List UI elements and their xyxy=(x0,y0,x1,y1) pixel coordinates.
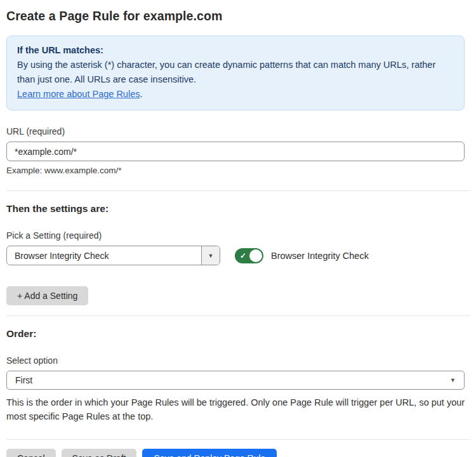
footer-actions: Cancel Save as Draft Save and Deploy Pag… xyxy=(6,449,470,457)
learn-more-link[interactable]: Learn more about Page Rules xyxy=(17,89,140,99)
toggle-label: Browser Integrity Check xyxy=(271,251,369,261)
check-icon: ✓ xyxy=(240,252,246,260)
setting-row: Browser Integrity Check ▼ ✓ Browser Inte… xyxy=(6,246,470,265)
url-match-info-box: If the URL matches: By using the asteris… xyxy=(6,36,465,110)
setting-combobox-arrow-button[interactable]: ▼ xyxy=(201,246,220,265)
order-section-heading: Order: xyxy=(6,328,470,340)
page-title: Create a Page Rule for example.com xyxy=(6,9,470,23)
create-page-rule-form: Create a Page Rule for example.com If th… xyxy=(0,0,476,457)
order-select-value: First xyxy=(15,375,32,385)
setting-combobox-value: Browser Integrity Check xyxy=(7,251,201,261)
url-field-label: URL (required) xyxy=(6,126,470,136)
cancel-button[interactable]: Cancel xyxy=(6,449,56,457)
footer-divider xyxy=(6,439,470,440)
section-divider xyxy=(6,315,470,316)
pick-setting-label: Pick a Setting (required) xyxy=(6,230,470,241)
save-and-deploy-button[interactable]: Save and Deploy Page Rule xyxy=(142,449,277,457)
chevron-down-icon: ▼ xyxy=(208,253,214,259)
url-input[interactable] xyxy=(6,142,465,161)
url-field-hint: Example: www.example.com/* xyxy=(6,166,470,175)
browser-integrity-toggle[interactable]: ✓ xyxy=(235,248,263,263)
save-as-draft-button[interactable]: Save as Draft xyxy=(62,449,137,457)
link-suffix: . xyxy=(140,89,142,99)
select-option-label: Select option xyxy=(6,355,470,366)
chevron-down-icon: ▼ xyxy=(450,377,456,383)
order-help-text: This is the order in which your Page Rul… xyxy=(6,396,467,423)
info-box-body: By using the asterisk (*) character, you… xyxy=(17,58,454,87)
settings-section-heading: Then the settings are: xyxy=(6,203,470,215)
order-select[interactable]: First ▼ xyxy=(6,371,465,390)
add-setting-button[interactable]: + Add a Setting xyxy=(6,286,88,305)
info-box-heading: If the URL matches: xyxy=(17,43,454,58)
toggle-knob xyxy=(249,249,262,262)
section-divider xyxy=(6,190,470,191)
setting-combobox[interactable]: Browser Integrity Check ▼ xyxy=(6,246,220,265)
info-box-link-line: Learn more about Page Rules. xyxy=(17,87,454,102)
